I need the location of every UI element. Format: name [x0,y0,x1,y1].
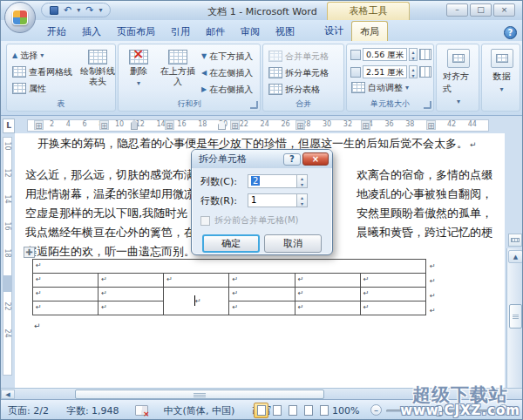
split-table-button[interactable]: 拆分表格 [266,81,331,98]
dialog-help-icon[interactable]: ? [283,153,301,166]
ribbon-tab[interactable]: 视图 [268,22,302,41]
scroll-up-icon[interactable]: ▲ [508,250,523,263]
column-width-spinner[interactable]: ▴ ▾ [409,65,418,78]
draw-diagonal-header-button[interactable]: 绘制斜线表头 [80,48,115,87]
table-cell[interactable]: ↵ [33,274,98,288]
zoom-level[interactable]: 100% [332,405,359,417]
spin-down-icon[interactable]: ▾ [410,55,417,61]
table-cell[interactable]: ↵ [295,274,360,288]
column-marker-icon[interactable]: ⊞ [165,120,174,130]
rows-dialog-launcher-icon[interactable] [250,101,258,109]
spin-up-icon[interactable]: ▴ [410,66,417,72]
language-indicator[interactable]: 中文(简体, 中国) [155,404,244,417]
table-cell[interactable]: ↵ [229,288,295,301]
web-layout-view-icon[interactable] [285,403,300,418]
table-cell[interactable]: ↵ [295,301,360,315]
table-move-handle-icon[interactable]: ✚ [24,247,35,258]
table-cell[interactable]: ↵ [33,301,98,315]
zoom-in-icon[interactable]: + [498,404,509,416]
ribbon-context-tab[interactable]: 布局 [351,21,388,41]
vertical-scroll-thumb[interactable] [509,304,522,329]
ribbon-tab[interactable]: 开始 [39,22,74,41]
cancel-button[interactable]: 取消 [264,234,322,253]
horizontal-scrollbar[interactable]: ◀ [1,388,523,399]
ribbon-tab[interactable]: 页面布局 [109,22,163,41]
autofit-button[interactable]: 自动调整 ▾ [349,79,433,96]
page-indicator[interactable]: 页面: 2/2 [8,404,58,417]
column-marker-icon[interactable]: ⊞ [361,120,370,130]
table-cell[interactable]: ↵ [98,288,164,301]
column-width-field[interactable]: 2.51 厘米 [363,65,407,78]
split-cells-button[interactable]: 拆分单元格 [266,64,331,81]
table-cell[interactable]: ↵ [360,288,425,301]
view-gridlines-button[interactable]: 查看网格线 [10,64,75,80]
table-cell[interactable]: ↵ [295,288,360,301]
table-cell-active[interactable]: ↵ [164,288,229,315]
outline-view-icon[interactable] [301,403,316,418]
qat-customize-icon[interactable]: ▾ [98,6,102,14]
dialog-title-bar[interactable]: 拆分单元格 ? × [192,150,332,168]
table-cell[interactable]: ↵ [360,274,425,288]
spin-up-icon[interactable]: ▴ [297,175,307,181]
tab-selector[interactable]: L [3,119,15,133]
minimize-button[interactable]: – [446,3,468,17]
office-button[interactable] [4,2,36,33]
ribbon-tab[interactable]: 引用 [163,22,198,41]
table-cell[interactable]: ↵ [229,274,295,288]
restore-button[interactable]: □ [470,3,492,17]
table-cell[interactable]: ↵ [229,301,295,315]
document-table[interactable]: ↵ ↵ ↵ ↵ ↵ ↵ ↵ ↵ ↵ ↵ ↵ ↵ ↵ [32,259,426,315]
spin-up-icon[interactable]: ▴ [297,194,307,200]
zoom-out-icon[interactable]: – [370,404,382,416]
ribbon-tab[interactable]: 审阅 [233,22,268,41]
ok-button[interactable]: 确定 [202,234,260,253]
horizontal-scroll-thumb[interactable] [75,390,324,399]
ribbon-tab[interactable]: 邮件 [198,22,233,41]
table-cell[interactable]: ↵ [33,260,426,274]
column-marker-icon[interactable]: ⊞ [426,120,436,130]
row-height-field[interactable]: 0.56 厘米 [363,48,407,61]
ribbon-context-tab[interactable]: 设计 [316,21,351,41]
save-icon[interactable] [50,6,58,15]
data-button[interactable]: 数据 ▾ [487,49,516,93]
dialog-close-icon[interactable]: × [302,152,329,166]
properties-button[interactable]: 属性 [10,80,75,97]
rows-spinner[interactable]: ▴ ▾ [297,193,308,207]
proofing-status-icon[interactable]: × [135,405,148,416]
vertical-ruler[interactable]: 1012141618202224 [1,133,15,388]
close-button[interactable]: × [493,3,515,17]
spin-down-icon[interactable]: ▾ [297,200,307,207]
ribbon-tab[interactable]: 插入 [74,22,109,41]
undo-icon[interactable]: ↶ [64,5,71,15]
zoom-slider-handle[interactable] [435,405,443,417]
insert-left-button[interactable]: ◀ 在左侧插入 [199,64,255,81]
draft-view-icon[interactable] [316,403,331,418]
column-marker-icon[interactable]: ⊞ [295,120,305,130]
row-height-spinner[interactable]: ▴ ▾ [409,48,418,61]
table-cell[interactable]: ↵ [98,301,164,315]
insert-above-button[interactable]: 在上方插入 [159,48,197,87]
alignment-button[interactable]: 对齐方式 ▾ [443,49,474,105]
spin-down-icon[interactable]: ▾ [297,181,307,187]
delete-button[interactable]: × 删除 ▾ [120,48,157,89]
help-icon[interactable]: ? [504,26,517,39]
rows-input[interactable]: 1 [248,193,297,207]
ruler-toggle-button[interactable] [508,234,522,247]
column-marker-icon[interactable]: ⊞ [99,120,109,130]
table-cell[interactable]: ↵ [164,274,229,288]
insert-below-button[interactable]: ▼ 在下方插入 [199,48,255,64]
columns-spinner[interactable]: ▴ ▾ [297,174,308,188]
scroll-left-icon[interactable]: ◀ [1,390,15,399]
table-cell[interactable]: ↵ [98,274,164,288]
horizontal-ruler[interactable]: 2468101214161820222426283032343638404244… [17,119,503,133]
distribute-columns-icon[interactable] [419,66,431,78]
fullscreen-reading-view-icon[interactable] [269,403,284,418]
redo-icon[interactable]: ↷ [85,5,93,15]
columns-input[interactable]: 2 [248,174,297,188]
print-layout-view-icon[interactable] [254,403,268,418]
spin-up-icon[interactable]: ▴ [410,49,417,55]
distribute-rows-icon[interactable] [419,49,431,60]
insert-right-button[interactable]: ▶ 在右侧插入 [199,81,255,98]
spin-down-icon[interactable]: ▾ [410,72,417,78]
undo-dropdown-icon[interactable]: ▾ [77,6,80,14]
